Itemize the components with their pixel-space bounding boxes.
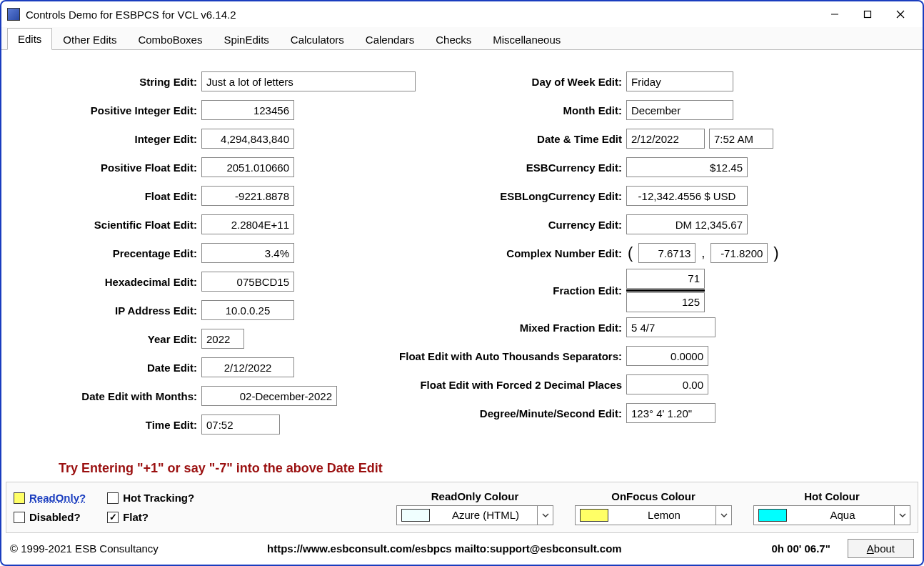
mixed-edit-label: Mixed Fraction Edit: [387,322,626,334]
hex-edit-label: Hexadecimal Edit: [37,276,201,288]
float-edit-label: Float Edit: [37,190,201,202]
complex-real-edit[interactable] [638,243,695,263]
tab-miscellaneous[interactable]: Miscellaneous [482,29,571,50]
links-text[interactable]: https://www.esbconsult.com/esbpcs mailto… [176,542,713,555]
swatch-icon [401,509,430,522]
checkbox-icon [14,492,25,504]
tab-comboboxes[interactable]: ComboBoxes [127,29,213,50]
chevron-down-icon[interactable] [894,506,910,525]
hot-colour-combo[interactable]: Aqua [753,505,910,525]
positive-float-edit[interactable] [201,157,294,177]
app-icon [7,8,20,21]
tab-checks[interactable]: Checks [425,29,482,50]
comma: , [700,246,706,261]
sci-edit-label: Scientific Float Edit: [37,219,201,231]
currency-edit[interactable] [626,214,748,234]
swatch-icon [758,509,787,522]
forced2-edit-label: Float Edit with Forced 2 Decimal Places [387,379,626,391]
string-edit-label: String Edit: [37,76,201,88]
integer-edit[interactable] [201,129,294,149]
float-auto-thousands-edit[interactable] [626,346,708,366]
string-edit[interactable] [201,71,416,91]
combo-text: Lemon [613,509,715,521]
day-of-week-edit[interactable] [626,71,733,91]
close-paren: ) [772,244,780,262]
ip-address-edit[interactable] [201,300,294,320]
chevron-down-icon[interactable] [715,506,731,525]
open-paren: ( [626,244,634,262]
posfloat-edit-label: Positive Float Edit: [37,162,201,174]
flat-label: Flat? [123,511,149,523]
datetime-time-edit[interactable] [709,129,773,149]
chevron-down-icon[interactable] [537,506,553,525]
int-edit-label: Integer Edit: [37,133,201,145]
options-panel: ReadOnly? Disabled? Hot Tracking? Flat? … [6,482,918,533]
swatch-icon [580,509,608,522]
tab-spinedits[interactable]: SpinEdits [213,29,279,50]
percentage-edit[interactable] [201,243,294,263]
tab-other-edits[interactable]: Other Edits [52,29,127,50]
float-forced-2dp-edit[interactable] [626,374,708,394]
year-edit[interactable] [201,329,244,349]
mixed-fraction-edit[interactable] [626,317,715,337]
hint-text: Try Entering "+1" or say "-7" into the a… [59,461,383,476]
dms-edit[interactable] [626,403,715,423]
app-window: Controls Demo for ESBPCS for VCL v6.14.2… [0,0,924,566]
month-edit-label: Month Edit: [387,104,626,116]
float-edit[interactable] [201,186,294,206]
checkbox-icon [107,492,119,504]
fraction-numerator[interactable] [626,269,705,289]
time-edit[interactable] [201,414,280,435]
tab-calendars[interactable]: Calendars [355,29,425,50]
maximize-button[interactable] [851,4,884,25]
hexadecimal-edit[interactable] [201,272,294,292]
datemon-edit-label: Date Edit with Months: [37,390,201,402]
checkbox-icon [107,512,119,523]
datetime-edit-label: Date & Time Edit [387,133,626,145]
date-edit[interactable] [201,357,294,377]
status-bar: © 1999-2021 ESB Consultancy https://www.… [6,536,918,560]
fraction-edit [626,269,705,312]
checkbox-icon [14,512,25,523]
pct-edit-label: Precentage Edit: [37,247,201,259]
hottracking-checkbox[interactable]: Hot Tracking? [107,492,194,504]
tab-edits[interactable]: Edits [7,28,52,50]
fraction-denominator[interactable] [626,292,705,312]
esblongcurrency-edit[interactable] [626,186,748,206]
copyright-text: © 1999-2021 ESB Consultancy [10,542,159,555]
tab-bar: Edits Other Edits ComboBoxes SpinEdits C… [1,27,923,50]
flat-checkbox[interactable]: Flat? [107,511,194,523]
date-edit-label: Date Edit: [37,362,201,374]
autoth-edit-label: Float Edit with Auto Thousands Separator… [387,350,626,362]
titlebar: Controls Demo for ESBPCS for VCL v6.14.2 [1,1,923,27]
content-area: String Edit: Positive Integer Edit: Inte… [9,53,915,472]
fraction-divider [626,289,705,292]
onfocus-colour-combo[interactable]: Lemon [575,505,732,525]
ip-edit-label: IP Address Edit: [37,304,201,317]
posint-edit-label: Positive Integer Edit: [37,104,201,116]
disabled-checkbox[interactable]: Disabled? [14,511,86,523]
esbcur-edit-label: ESBCurrency Edit: [387,162,626,174]
readonly-colour-combo[interactable]: Azure (HTML) [396,505,553,525]
date-edit-with-months[interactable] [201,386,337,406]
year-edit-label: Year Edit: [37,333,201,345]
tab-calculators[interactable]: Calculators [280,29,355,50]
close-button[interactable] [884,4,917,25]
month-edit[interactable] [626,100,733,120]
readonly-label: ReadOnly? [29,492,86,504]
time-edit-label: Time Edit: [37,419,201,431]
complex-imag-edit[interactable] [710,243,768,263]
hot-colour-label: Hot Colour [804,490,859,502]
readonly-checkbox[interactable]: ReadOnly? [14,492,86,504]
scientific-float-edit[interactable] [201,214,294,234]
onfocus-colour-label: OnFocus Colour [611,490,695,502]
about-button[interactable]: About [848,539,914,558]
datetime-date-edit[interactable] [626,129,705,149]
positive-integer-edit[interactable] [201,100,294,120]
esbcurrency-edit[interactable] [626,157,748,177]
combo-text: Azure (HTML) [434,509,537,521]
minimize-button[interactable] [818,4,851,25]
complex-edit-label: Complex Number Edit: [387,247,626,259]
dms-edit-label: Degree/Minute/Second Edit: [387,407,626,419]
esblong-edit-label: ESBLongCurrency Edit: [387,190,626,202]
